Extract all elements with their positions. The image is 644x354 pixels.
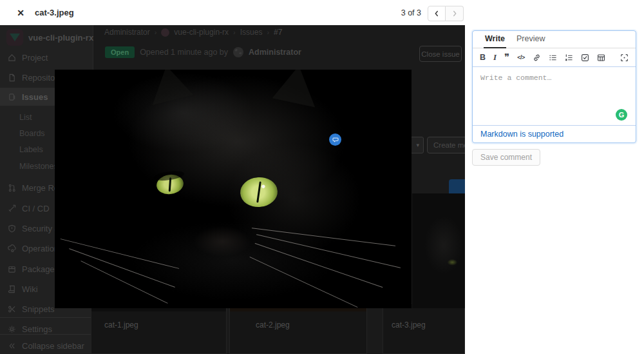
previous-design-button[interactable] xyxy=(428,6,446,21)
chevron-left-icon xyxy=(433,10,440,17)
merge-request-icon xyxy=(8,184,16,192)
black-cat-photo xyxy=(55,70,412,308)
design-filename-3[interactable]: cat-3.jpeg xyxy=(392,320,426,329)
markdown-supported-link[interactable]: Markdown is supported xyxy=(480,130,564,139)
breadcrumb-separator: › xyxy=(233,28,236,36)
gear-icon xyxy=(8,325,16,333)
markdown-toolbar: B I ❞ </> xyxy=(473,48,636,67)
markdown-editor: Write Preview B I ❞ </> xyxy=(472,30,636,143)
italic-icon[interactable]: I xyxy=(493,52,497,63)
cloud-gear-icon xyxy=(8,244,16,253)
close-viewer-button[interactable]: ✕ xyxy=(13,5,28,21)
sidebar-divider xyxy=(0,317,93,318)
author-name[interactable]: Administrator xyxy=(249,48,301,57)
design-viewer: vue-cli-plugin-rx Project Repository Iss… xyxy=(0,0,644,354)
design-comment-pin[interactable] xyxy=(329,133,341,146)
author-avatar xyxy=(233,47,243,57)
vue-logo-icon xyxy=(10,34,20,41)
grammarly-icon[interactable]: G xyxy=(616,109,627,121)
save-comment-button[interactable]: Save comment xyxy=(472,149,540,166)
issue-status-row: Open Opened 1 minute ago by Administrato… xyxy=(105,46,301,58)
breadcrumb-separator: › xyxy=(267,28,269,36)
issues-icon xyxy=(8,93,16,101)
breadcrumb-issue-id: #7 xyxy=(274,28,282,37)
design-thumb-3 xyxy=(412,193,465,308)
collapse-sidebar-button[interactable]: Collapse sidebar xyxy=(0,338,93,353)
breadcrumb-separator: › xyxy=(155,28,157,36)
full-screen-icon[interactable] xyxy=(620,54,629,62)
breadcrumb-administrator[interactable]: Administrator xyxy=(104,28,150,37)
comment-panel: Write Preview B I ❞ </> xyxy=(465,0,644,354)
project-logo-icon xyxy=(161,28,169,37)
design-image-cat-3 xyxy=(55,70,412,308)
create-merge-request-button[interactable]: Create merge request xyxy=(427,137,465,153)
package-icon xyxy=(8,265,16,273)
design-filename-2[interactable]: cat-2.jpeg xyxy=(256,320,290,329)
editor-footer: Markdown is supported xyxy=(473,125,636,143)
quote-icon[interactable]: ❞ xyxy=(504,54,509,61)
viewer-filename: cat-3.jpeg xyxy=(35,8,74,17)
sidebar-divider xyxy=(0,334,93,335)
design-counter: 3 of 3 xyxy=(390,8,421,17)
breadcrumb-issues[interactable]: Issues xyxy=(240,28,263,37)
bullet-list-icon[interactable] xyxy=(549,54,557,62)
sidebar-item-project[interactable]: Project xyxy=(0,50,93,65)
design-navigation xyxy=(428,6,464,21)
breadcrumb: Administrator › vue-cli-plugin-rx › Issu… xyxy=(104,28,282,37)
next-design-button[interactable] xyxy=(446,6,464,21)
home-icon xyxy=(8,54,16,62)
file-icon xyxy=(8,74,16,82)
numbered-list-icon[interactable] xyxy=(565,54,573,62)
comment-textarea[interactable] xyxy=(473,67,636,125)
shield-icon xyxy=(8,224,16,233)
chevron-right-icon xyxy=(451,10,459,17)
table-icon[interactable] xyxy=(597,54,605,62)
code-icon[interactable]: </> xyxy=(517,54,525,61)
comment-input-area: G xyxy=(473,67,636,125)
snippet-icon xyxy=(8,305,16,313)
editor-tabs: Write Preview xyxy=(473,31,636,48)
task-list-icon[interactable] xyxy=(581,54,589,62)
viewer-topbar: ✕ cat-3.jpeg 3 of 3 xyxy=(0,0,644,25)
link-icon[interactable] xyxy=(533,54,541,62)
project-title: vue-cli-plugin-rx xyxy=(28,33,93,43)
tab-write[interactable]: Write xyxy=(485,34,505,48)
double-chevron-left-icon xyxy=(8,342,16,350)
tab-preview[interactable]: Preview xyxy=(516,34,545,48)
design-filename-1[interactable]: cat-1.jpeg xyxy=(104,320,138,329)
bold-icon[interactable]: B xyxy=(480,53,486,62)
book-icon xyxy=(8,285,16,293)
rocket-icon xyxy=(8,204,16,213)
close-issue-button[interactable]: Close issue xyxy=(419,46,462,62)
project-avatar xyxy=(6,29,23,46)
chevron-down-icon: ▾ xyxy=(416,142,419,148)
breadcrumb-project[interactable]: vue-cli-plugin-rx xyxy=(174,28,229,37)
comment-bubble-icon xyxy=(332,137,339,143)
status-badge: Open xyxy=(105,46,135,58)
